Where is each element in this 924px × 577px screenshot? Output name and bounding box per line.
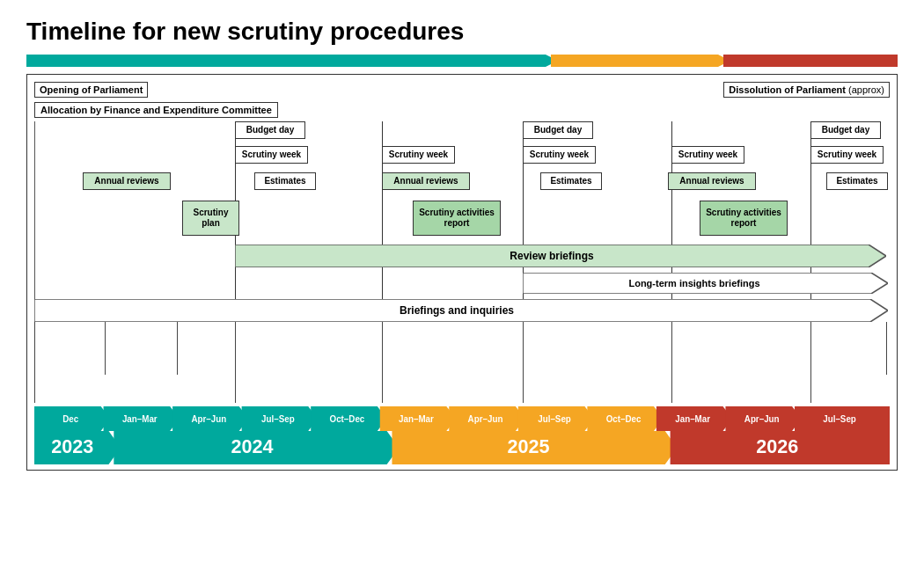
- svg-text:Oct–Dec: Oct–Dec: [330, 414, 365, 424]
- years-row: 2023 2024 2025 2026: [34, 431, 890, 464]
- svg-marker-2: [723, 55, 898, 67]
- tick-bud2: [382, 322, 383, 403]
- scrutiny-week-box-2: Scrutiny week: [382, 146, 455, 164]
- svg-text:Jan–Mar: Jan–Mar: [399, 414, 434, 424]
- svg-text:Jul–Sep: Jul–Sep: [261, 414, 295, 424]
- svg-marker-0: [26, 55, 558, 67]
- annual-reviews-box-3: Annual reviews: [668, 172, 756, 190]
- svg-text:Jul–Sep: Jul–Sep: [823, 414, 856, 424]
- estimates-box-1: Estimates: [254, 172, 316, 190]
- svg-text:Jul–Sep: Jul–Sep: [538, 414, 571, 424]
- scrutiny-activities-box-1: Scrutiny activitiesreport: [413, 201, 501, 236]
- svg-text:Briefings and inquiries: Briefings and inquiries: [400, 304, 514, 317]
- svg-text:Long-term insights briefings: Long-term insights briefings: [628, 278, 759, 288]
- allocation-box: Allocation by Finance and Expenditure Co…: [34, 102, 278, 118]
- tick-bud3: [523, 322, 524, 403]
- svg-text:Review briefings: Review briefings: [510, 250, 594, 262]
- scrutiny-week-box-3: Scrutiny week: [523, 146, 596, 164]
- tick-bud5: [810, 322, 811, 403]
- opening-parliament-label: Opening of Parliament: [34, 82, 148, 98]
- svg-text:2025: 2025: [508, 435, 550, 457]
- estimates-box-3: Estimates: [826, 172, 888, 190]
- timeline-container: Opening of Parliament Dissolution of Par…: [26, 74, 898, 471]
- svg-text:2023: 2023: [51, 435, 93, 457]
- timeline-bottom: Dec Jan–Mar Apr–Jun Jul–Sep Oct–Dec Jan–…: [34, 406, 890, 464]
- tick-bud1: [235, 322, 236, 403]
- scrutiny-week-box-1: Scrutiny week: [235, 146, 308, 164]
- color-arrow-bar: [26, 55, 898, 67]
- annual-reviews-box-2: Annual reviews: [382, 172, 470, 190]
- top-labels-row: Opening of Parliament Dissolution of Par…: [34, 82, 890, 98]
- scrutiny-plan-box: Scrutinyplan: [182, 201, 239, 236]
- scrutiny-week-box-5: Scrutiny week: [810, 146, 884, 164]
- estimates-box-2: Estimates: [540, 172, 602, 190]
- briefings-inquiries-bar: Briefings and inquiries: [34, 299, 888, 322]
- tick-bud4: [671, 322, 672, 403]
- svg-text:Apr–Jun: Apr–Jun: [191, 414, 226, 424]
- svg-text:2024: 2024: [231, 435, 273, 457]
- tick-janmar: [105, 322, 106, 375]
- svg-text:Apr–Jun: Apr–Jun: [468, 414, 503, 424]
- scrutiny-week-box-4: Scrutiny week: [671, 146, 744, 164]
- svg-text:Apr–Jun: Apr–Jun: [744, 414, 780, 424]
- page-title: Timeline for new scrutiny procedures: [26, 18, 898, 46]
- svg-text:Jan–Mar: Jan–Mar: [675, 414, 710, 424]
- quarters-row: Dec Jan–Mar Apr–Jun Jul–Sep Oct–Dec Jan–…: [34, 406, 890, 431]
- svg-text:Jan–Mar: Jan–Mar: [122, 414, 158, 424]
- svg-text:Dec: Dec: [62, 414, 78, 424]
- annual-reviews-box-1: Annual reviews: [83, 172, 171, 190]
- tick-end: [886, 322, 887, 375]
- budget-day-box-1: Budget day: [235, 121, 305, 139]
- review-briefings-bar: Review briefings: [235, 245, 886, 267]
- budget-day-box-3: Budget day: [810, 121, 881, 139]
- tick-dec: [34, 322, 35, 403]
- svg-marker-1: [551, 55, 730, 67]
- budget-day-box-2: Budget day: [523, 121, 593, 139]
- longterm-briefings-bar: Long-term insights briefings: [523, 273, 888, 294]
- diagram-area: Budget day Budget day Budget day Scrutin…: [34, 121, 890, 403]
- tick-aprjun: [177, 322, 178, 375]
- dissolution-parliament-label: Dissolution of Parliament (approx): [723, 82, 890, 98]
- scrutiny-activities-box-2: Scrutiny activitiesreport: [700, 201, 788, 236]
- svg-text:2026: 2026: [756, 435, 798, 457]
- svg-text:Oct–Dec: Oct–Dec: [606, 414, 642, 424]
